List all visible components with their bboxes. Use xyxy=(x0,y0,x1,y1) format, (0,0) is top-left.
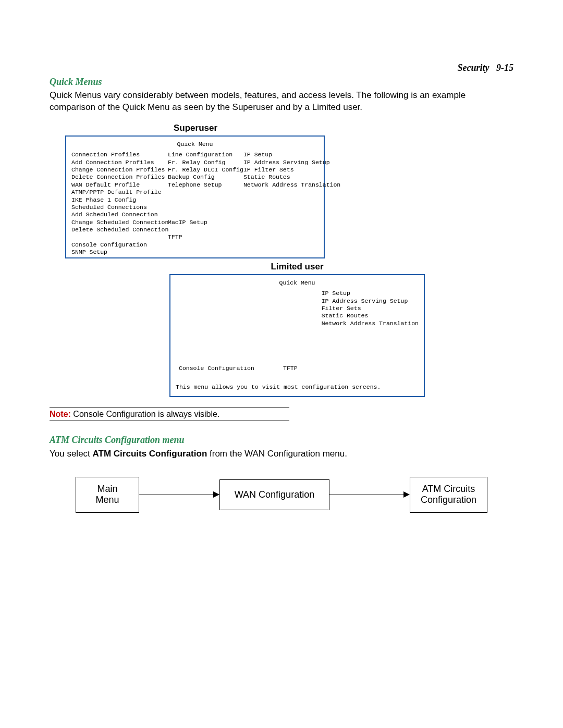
menu-item: Change Connection Profiles xyxy=(71,166,168,174)
arrow-icon xyxy=(329,491,410,498)
menu-item: Delete Scheduled Connection xyxy=(71,226,168,233)
page: Security 9-15 Quick Menus Quick Menus va… xyxy=(0,0,563,728)
menu-item: IP Address Serving Setup xyxy=(243,159,340,166)
text: You select xyxy=(50,449,93,459)
menu-item: Delete Connection Profiles xyxy=(71,174,168,181)
superuser-col3: IP Setup IP Address Serving Setup IP Fil… xyxy=(243,151,340,256)
menu-item: IP Setup xyxy=(243,151,340,158)
menu-item: Console Configuration xyxy=(71,241,168,249)
flow-box-line: WAN Configuration xyxy=(235,489,314,500)
menu-item: MacIP Setup xyxy=(168,219,243,226)
menu-item: Network Address Translation xyxy=(243,181,340,189)
menu-item: Filter Sets xyxy=(322,305,419,312)
note-text: Note: Console Configuration is always vi… xyxy=(50,410,289,419)
flow-box-atm-circuits: ATM Circuits Configuration xyxy=(410,477,487,513)
menu-item: Static Routes xyxy=(322,312,419,319)
menu-item: Fr. Relay DLCI Config xyxy=(168,166,243,174)
menu-item: IP Setup xyxy=(322,290,419,297)
menu-item: IP Address Serving Setup xyxy=(322,298,419,305)
menu-item: IKE Phase 1 Config xyxy=(71,196,168,204)
flow-box-wan-config: WAN Configuration xyxy=(219,479,329,511)
flow-box-main-menu: Main Menu xyxy=(76,477,139,513)
menu-item: Fr. Relay Config xyxy=(168,159,243,166)
menu-item: WAN Default Profile xyxy=(71,181,168,189)
note-body: Console Configuration is always visible. xyxy=(71,410,219,418)
menu-item: SNMP Setup xyxy=(71,249,168,256)
limited-label-wrap: Limited user xyxy=(169,262,425,272)
note-label: Note: xyxy=(50,410,71,418)
superuser-screen: Quick Menu Connection Profiles Add Conne… xyxy=(65,135,325,258)
menu-item: Static Routes xyxy=(243,174,340,181)
bold-text: ATM Circuits Configuration xyxy=(93,449,207,459)
flow-box-line: Menu xyxy=(87,495,128,506)
page-header: Security 9-15 xyxy=(50,63,513,73)
menu-item: Backup Config xyxy=(168,174,243,181)
superuser-col2: Line Configuration Fr. Relay Config Fr. … xyxy=(168,151,243,256)
limited-right-col: IP Setup IP Address Serving Setup Filter… xyxy=(322,290,419,327)
menu-item: Line Configuration xyxy=(168,151,243,158)
menu-item: TFTP xyxy=(168,233,243,241)
menu-item: Console Configuration xyxy=(176,365,283,372)
section-heading-quick-menus: Quick Menus xyxy=(50,77,513,88)
arrow-icon xyxy=(139,491,219,498)
menu-item: Add Scheduled Connection xyxy=(71,211,168,218)
menu-item: Change Scheduled Connection xyxy=(71,219,168,226)
menu-item: ATMP/PPTP Default Profile xyxy=(71,189,168,196)
flow-box-line: Main xyxy=(87,484,128,495)
superuser-label-wrap: Superuser xyxy=(65,123,326,133)
menu-item: Network Address Translation xyxy=(322,320,419,327)
nav-flow-diagram: Main Menu WAN Configuration ATM Circuits… xyxy=(50,477,513,513)
limited-top-row: IP Setup IP Address Serving Setup Filter… xyxy=(176,290,419,327)
limited-user-label: Limited user xyxy=(271,262,323,272)
flow-box-line: ATM Circuits xyxy=(421,484,476,495)
quick-menus-paragraph: Quick Menus vary considerably between mo… xyxy=(50,90,513,114)
menu-item: IP Filter Sets xyxy=(243,166,340,174)
limited-mid-row: Console Configuration TFTP xyxy=(176,365,419,372)
flow-box-line: Configuration xyxy=(421,495,476,506)
superuser-columns: Connection Profiles Add Connection Profi… xyxy=(71,151,319,256)
menu-item: Scheduled Connections xyxy=(71,204,168,211)
superuser-screen-title: Quick Menu xyxy=(71,141,319,148)
note-rule-bottom xyxy=(50,421,289,421)
page-number: 9-15 xyxy=(496,63,513,73)
menu-item: TFTP xyxy=(283,365,298,372)
menu-item: Add Connection Profiles xyxy=(71,159,168,166)
menu-item: Connection Profiles xyxy=(71,151,168,158)
section-heading-atm: ATM Circuits Configuration menu xyxy=(50,435,513,446)
text: from the WAN Configuration menu. xyxy=(207,449,347,459)
chapter-name: Security xyxy=(458,63,489,73)
superuser-col1: Connection Profiles Add Connection Profi… xyxy=(71,151,168,256)
atm-section: ATM Circuits Configuration menu You sele… xyxy=(50,435,513,513)
limited-user-screen: Quick Menu IP Setup IP Address Serving S… xyxy=(169,274,425,397)
note-rule-top xyxy=(50,408,289,408)
superuser-label: Superuser xyxy=(174,123,217,133)
atm-sentence: You select ATM Circuits Configuration fr… xyxy=(50,449,513,459)
limited-footer: This menu allows you to visit most confi… xyxy=(176,384,419,391)
menu-item: Telephone Setup xyxy=(168,181,243,189)
limited-screen-title: Quick Menu xyxy=(176,279,419,287)
note-block: Note: Console Configuration is always vi… xyxy=(50,408,289,421)
